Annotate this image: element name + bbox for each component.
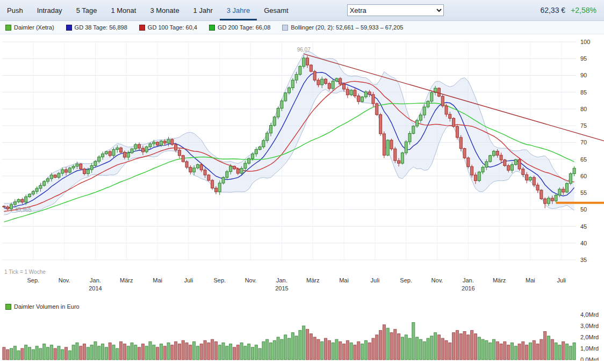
y-axis-label: 35	[580, 257, 587, 263]
x-axis-label: Jan.	[276, 277, 287, 283]
annotation: 45,965	[15, 207, 32, 213]
x-axis-label: März	[306, 277, 319, 283]
x-axis-label: Sep.	[27, 277, 40, 283]
legend-label: Bollinger (20, 2): 52,661 – 59,933 – 67,…	[291, 24, 403, 31]
bollinger-band	[4, 52, 574, 215]
x-axis-label: Jan.	[90, 277, 101, 283]
y-axis-label: 45	[580, 223, 587, 230]
legend-label: GD 200 Tage: 66,08	[218, 24, 270, 31]
chart-widget: Push Intraday 5 Tage 1 Monat 3 Monate 1 …	[0, 0, 604, 364]
volume-bars	[3, 323, 576, 360]
tab-1-monat[interactable]: 1 Monat	[104, 0, 143, 20]
x-axis-label: März	[493, 277, 506, 283]
bollinger-swatch-icon	[282, 25, 288, 31]
x-axis-label: Nov.	[59, 277, 70, 283]
x-axis-year: 2016	[462, 285, 474, 292]
quote-box: 62,33 € +2,58%	[540, 0, 604, 20]
exchange-select[interactable]: Xetra	[347, 4, 444, 16]
legend-label: GD 100 Tage: 60,4	[148, 24, 197, 31]
last-price: 62,33 €	[540, 6, 565, 14]
volume-swatch-icon	[5, 304, 11, 310]
x-axis-label: Jan.	[463, 277, 474, 283]
y-axis-label: 85	[580, 89, 587, 96]
x-axis-label: März	[120, 277, 133, 283]
legend-item-daimler: Daimler (Xetra)	[5, 24, 54, 31]
x-axis-label: Nov.	[432, 277, 443, 283]
x-axis-label: Nov.	[245, 277, 257, 283]
volume-axis-label: 2,0Mrd	[580, 334, 599, 340]
y-axis-label: 65	[580, 156, 587, 163]
series-swatch-icon	[5, 25, 11, 31]
tick-note: 1 Tick = 1 Woche	[4, 269, 46, 275]
y-axis-label: 100	[580, 39, 590, 45]
x-axis-label: Juli	[184, 277, 193, 283]
x-axis-label: Mai	[153, 277, 162, 283]
tab-3-monate[interactable]: 3 Monate	[143, 0, 186, 20]
y-axis-label: 95	[580, 55, 587, 62]
volume-axis-label: 3,0Mrd	[580, 323, 599, 329]
period-tabs: Push Intraday 5 Tage 1 Monat 3 Monate 1 …	[0, 0, 296, 20]
y-axis-label: 40	[580, 240, 587, 246]
gd38-swatch-icon	[66, 25, 72, 31]
x-axis-label: Sep.	[213, 277, 226, 283]
x-axis-label: Mai	[526, 277, 535, 283]
annotation: 96,07	[297, 47, 311, 53]
tab-1-jahr[interactable]: 1 Jahr	[186, 0, 220, 20]
x-axis-year: 2015	[275, 285, 288, 292]
chart-toolbar: Push Intraday 5 Tage 1 Monat 3 Monate 1 …	[0, 0, 604, 21]
x-axis-label: Sep.	[400, 277, 412, 283]
y-axis-label: 80	[580, 106, 587, 112]
legend-item-bollinger: Bollinger (20, 2): 52,661 – 59,933 – 67,…	[282, 24, 403, 31]
gd200-swatch-icon	[209, 25, 215, 31]
y-axis-label: 60	[580, 173, 587, 179]
volume-chart[interactable]: 4,0Mrd3,0Mrd2,0Mrd1,0Mrd0,0Mrd	[0, 311, 604, 361]
volume-legend: Daimler Volumen in Euro	[0, 301, 604, 311]
x-axis-label: Mai	[339, 277, 349, 283]
y-axis-label: 90	[580, 72, 587, 78]
tab-intraday[interactable]: Intraday	[30, 0, 69, 20]
x-axis-year: 2014	[89, 285, 102, 292]
tab-5-tage[interactable]: 5 Tage	[69, 0, 104, 20]
tab-push[interactable]: Push	[0, 0, 30, 20]
price-chart[interactable]: 96,0745,96510095908580757065605550454035…	[0, 34, 604, 301]
gd100-swatch-icon	[139, 25, 145, 31]
price-change: +2,58%	[571, 6, 596, 14]
y-axis-label: 50	[580, 206, 587, 213]
legend-item-gd38: GD 38 Tage: 56,898	[66, 24, 127, 31]
tab-3-jahre[interactable]: 3 Jahre	[220, 0, 257, 20]
volume-axis-label: 4,0Mrd	[580, 311, 599, 318]
y-axis-label: 55	[580, 190, 587, 196]
volume-axis-label: 1,0Mrd	[580, 345, 599, 352]
indicator-legend: Daimler (Xetra) GD 38 Tage: 56,898 GD 10…	[0, 21, 604, 34]
legend-item-gd100: GD 100 Tage: 60,4	[139, 24, 197, 31]
volume-legend-label: Daimler Volumen in Euro	[14, 303, 80, 310]
legend-label: Daimler (Xetra)	[14, 24, 54, 31]
legend-label: GD 38 Tage: 56,898	[75, 24, 127, 31]
y-axis-label: 75	[580, 122, 587, 129]
x-axis-label: Juli	[371, 277, 380, 283]
tab-gesamt[interactable]: Gesamt	[257, 0, 296, 20]
volume-axis-label: 0,0Mrd	[580, 356, 599, 361]
legend-item-gd200: GD 200 Tage: 66,08	[209, 24, 270, 31]
x-axis-label: Juli	[557, 277, 566, 283]
y-axis-label: 70	[580, 139, 587, 145]
